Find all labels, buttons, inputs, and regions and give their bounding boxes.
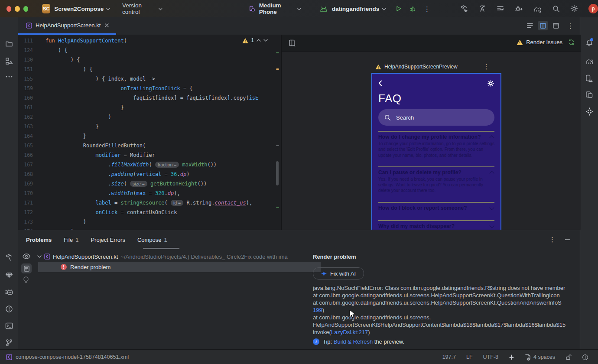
faq-item[interactable]: How do I change my profile information?T… [378,131,494,166]
status-notifications-icon[interactable] [577,354,594,361]
code-line[interactable]: 161 } [18,103,280,112]
logcat-icon[interactable] [5,288,14,296]
settings-gear-icon[interactable] [570,5,578,13]
gradle-icon[interactable] [585,57,594,65]
notifications-bell-icon[interactable] [585,39,593,47]
maximize-traffic-light[interactable] [23,6,28,12]
profile-avatar[interactable]: p [588,4,598,13]
problem-item-row[interactable]: ! Render problem [38,262,321,272]
code-line[interactable]: 172 onClick = contactUsOnClick [18,208,280,217]
preview-options-kebab[interactable]: ⋮ [483,63,490,70]
preview-title[interactable]: HelpAndSupportScreenPreview ⋮ [375,63,490,70]
attach-debugger-icon[interactable] [515,5,523,13]
run-button[interactable] [396,5,402,12]
hide-panel-icon[interactable] [565,239,570,240]
debug-button[interactable] [410,5,416,13]
close-tab-icon[interactable] [105,23,109,27]
readonly-lock-icon[interactable] [560,354,577,360]
build-run-icon[interactable] [460,5,468,13]
code-view-button[interactable] [525,21,535,30]
code-line[interactable]: 159 onTrailingIconClick = { [18,84,280,93]
code-line[interactable]: 162 ) [18,112,280,122]
tab-compose[interactable]: Compose1 [131,230,173,250]
editor-scrollbar-thumb[interactable] [276,161,279,185]
project-folder-icon[interactable] [5,40,13,48]
design-view-button[interactable] [551,21,561,30]
code-line[interactable]: 163 } [18,122,280,131]
code-line[interactable]: 170 .widthIn(max = 320.dp), [18,188,280,198]
running-devices-icon[interactable] [585,91,593,99]
back-icon[interactable] [378,80,382,86]
search-icon[interactable] [552,5,560,13]
code-line[interactable]: 167 .fillMaxWidth( fraction = maxWidth()… [18,160,280,169]
details-view-toggle[interactable] [21,263,32,273]
code-line[interactable]: 165 RoundedFilledButton( [18,141,280,150]
code-line[interactable]: 160 faqList[index] = faqList[index].copy… [18,93,280,103]
close-traffic-light[interactable] [6,6,11,12]
next-issue-icon[interactable] [263,39,268,42]
code-editor[interactable]: 111fun HelpAndSupportContent(124 ) {130 … [18,35,280,230]
faq-item[interactable]: Can I pause or delete my profile?Yes. If… [378,166,494,202]
inspection-widget[interactable]: 1 [242,37,268,43]
fix-with-ai-button[interactable]: Fix with AI [313,267,364,280]
prev-issue-icon[interactable] [257,39,261,42]
split-view-button[interactable] [538,21,548,30]
faq-item[interactable]: How do I block or report someone? [378,202,494,220]
history-list-icon[interactable] [497,5,504,13]
git-branch-icon[interactable] [5,339,13,347]
code-line[interactable]: 174 } [18,227,280,230]
code-line[interactable]: 155 ) { index, model -> [18,74,280,84]
code-line[interactable]: 171 label = stringResource( id = R.strin… [18,198,280,208]
lightbulb-icon[interactable] [23,276,29,283]
device-manager-icon[interactable] [585,75,593,82]
project-name-menu[interactable]: Screen2Compose [54,6,104,12]
more-tool-windows-icon[interactable] [5,75,13,78]
build-hammer-icon[interactable] [5,254,13,261]
code-line[interactable]: 124 ) { [18,46,280,55]
faq-search-field[interactable]: Search [378,109,494,126]
app-quality-insights-icon[interactable] [5,271,13,279]
stack-link[interactable]: 199 [313,307,322,313]
terminal-icon[interactable] [5,322,13,330]
indent-config[interactable]: 4 spaces [520,354,560,361]
refresh-icon[interactable] [568,39,575,46]
problem-file-row[interactable]: HelpAndSupportScreen.kt ~/AndroidStudioP… [37,252,308,261]
preview-layout-icon[interactable] [289,39,296,46]
resource-manager-icon[interactable] [5,57,13,65]
code-line[interactable]: 164 } [18,131,280,141]
preview-eye-icon[interactable] [23,254,30,259]
caret-position[interactable]: 197:7 [437,354,461,360]
render-issues-button[interactable]: Render Issues [517,39,575,46]
run-configuration-selector[interactable]: datingandfriends [319,6,387,12]
code-line[interactable]: 151 ) { [18,65,280,74]
gemini-sparkle-icon[interactable] [585,107,594,116]
code-line[interactable]: 166 modifier = Modifier [18,150,280,160]
code-line[interactable]: 168 .padding(vertical = 36.dp) [18,169,280,179]
file-encoding[interactable]: UTF-8 [478,354,504,360]
device-preview-frame[interactable]: FAQ Search How do I change my profile in… [371,73,501,230]
ai-status-sparkle-icon[interactable] [504,354,520,360]
chevron-up-icon [489,135,494,140]
version-control-menu[interactable]: Version control [122,2,156,15]
chevron-down-icon[interactable] [37,255,42,258]
run-options-kebab[interactable]: ⋮ [424,6,430,12]
device-selector[interactable]: Medium Phone [249,2,301,15]
code-line[interactable]: 169 .size( size = getButtonHeight()) [18,179,280,188]
line-separator[interactable]: LF [461,354,478,360]
tab-file[interactable]: File1 [58,230,84,250]
code-line[interactable]: 173 ) [18,217,280,227]
problems-icon[interactable] [5,305,13,313]
panel-options-kebab[interactable]: ⋮ [549,236,556,243]
editor-tab[interactable]: HelpAndSupportScreen.kt [22,17,113,33]
rename-suggestion-icon[interactable] [478,5,486,13]
stack-link[interactable]: LazyDsl.kt:217 [331,329,368,335]
editor-options-kebab[interactable]: ⋮ [567,23,574,29]
build-refresh-link[interactable]: Build & Refresh [334,338,373,345]
code-line[interactable]: 111fun HelpAndSupportContent( [18,36,280,46]
tab-project-errors[interactable]: Project Errors [84,230,131,250]
gradle-sync-icon[interactable] [533,5,542,13]
minimize-traffic-light[interactable] [15,6,20,12]
faq-item[interactable]: Why did my match disappear? [378,220,494,230]
settings-gear-icon[interactable] [487,80,494,87]
code-line[interactable]: 130 ) { [18,55,280,65]
